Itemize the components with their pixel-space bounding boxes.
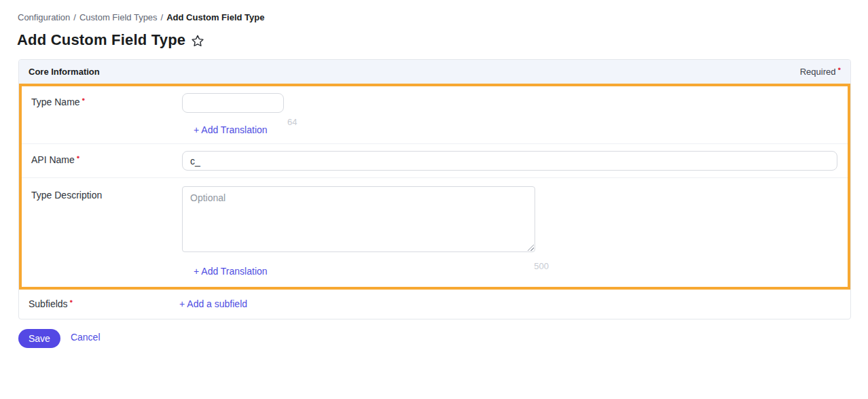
api-name-content [182, 151, 838, 171]
required-dot-icon: • [70, 296, 73, 307]
type-description-textarea[interactable] [182, 186, 535, 252]
add-translation-link[interactable]: + Add Translation [194, 124, 268, 135]
type-description-row: Type Description 500 + Add Translation [22, 177, 848, 287]
api-name-label: API Name• [31, 151, 182, 171]
highlighted-field-group: Type Name• 64 + Add Translation API Name… [19, 84, 850, 290]
page: Configuration/Custom Field Types/Add Cus… [0, 12, 868, 399]
card-header: Core Information Required• [19, 60, 850, 84]
breadcrumb-separator: / [161, 12, 164, 22]
type-name-row: Type Name• 64 + Add Translation [22, 86, 848, 143]
required-dot-icon: • [837, 64, 841, 74]
favorite-star-icon[interactable] [191, 34, 204, 48]
type-name-content: 64 + Add Translation [182, 93, 838, 137]
type-description-label: Type Description [31, 186, 182, 277]
api-name-input[interactable] [182, 151, 837, 171]
cancel-link[interactable]: Cancel [71, 332, 101, 343]
card-header-title: Core Information [29, 67, 100, 77]
type-name-label: Type Name• [31, 93, 182, 137]
subfields-label: Subfields• [29, 298, 179, 310]
required-dot-icon: • [82, 94, 86, 105]
form-actions: Save Cancel [18, 329, 868, 348]
core-information-card: Core Information Required• Type Name• 64… [18, 59, 851, 319]
subfields-content: + Add a subfield [179, 298, 841, 310]
breadcrumb-configuration[interactable]: Configuration [18, 12, 70, 22]
type-name-char-counter: 64 [287, 117, 297, 127]
save-button[interactable]: Save [18, 329, 60, 348]
type-description-content: 500 + Add Translation [182, 186, 838, 277]
breadcrumb-separator: / [73, 12, 76, 22]
type-name-input[interactable] [182, 93, 284, 113]
subfields-row: Subfields• + Add a subfield [19, 290, 850, 319]
required-dot-icon: • [77, 152, 80, 162]
add-subfield-link[interactable]: + Add a subfield [179, 298, 247, 309]
breadcrumb: Configuration/Custom Field Types/Add Cus… [18, 12, 868, 22]
required-legend: Required• [800, 67, 841, 77]
api-name-row: API Name• [22, 143, 848, 177]
page-title: Add Custom Field Type [17, 31, 185, 49]
breadcrumb-current: Add Custom Field Type [166, 12, 264, 22]
title-row: Add Custom Field Type [17, 31, 868, 49]
type-description-char-counter: 500 [182, 261, 549, 271]
breadcrumb-custom-field-types[interactable]: Custom Field Types [79, 12, 158, 22]
